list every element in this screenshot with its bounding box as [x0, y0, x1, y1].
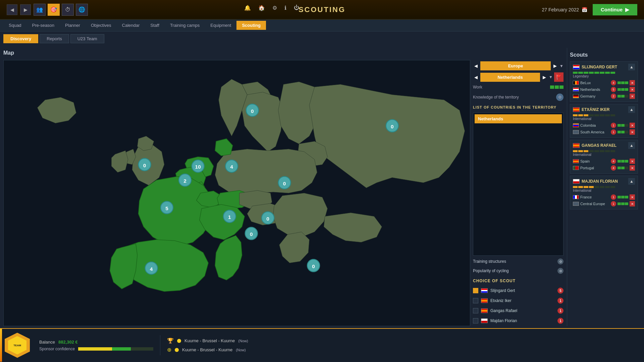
scout-checkbox-slijngard[interactable]: [473, 288, 478, 293]
nav-icons: 👥 🎯 ⏱ 🌐: [34, 4, 88, 16]
work-row: Work: [473, 84, 564, 90]
etxaniz-flag: [573, 107, 580, 112]
spain-remove-btn[interactable]: ✕: [630, 159, 635, 164]
country-prev-btn[interactable]: ◀: [473, 73, 479, 81]
main-area: Map: [0, 46, 644, 328]
calendar-icon[interactable]: 📅: [582, 7, 587, 12]
home-icon[interactable]: 🏠: [258, 5, 265, 11]
continent-display[interactable]: Europe: [480, 61, 551, 70]
continent-next-btn[interactable]: ▶: [552, 62, 558, 70]
belux-remove-btn[interactable]: ✕: [630, 80, 635, 85]
clock-icon-btn[interactable]: ⏱: [62, 4, 74, 16]
tab-squad[interactable]: Squad: [3, 21, 27, 30]
sponsor-fill-green: [112, 347, 131, 351]
forward-button[interactable]: ▶: [20, 4, 31, 15]
spain-num: 4: [611, 159, 616, 164]
sub-tab-u23[interactable]: U23 Team: [70, 34, 104, 43]
gangas-expand-btn[interactable]: ▲: [628, 142, 635, 149]
back-button[interactable]: ◀: [7, 4, 17, 15]
majdan-rank-bar: [573, 186, 635, 188]
portugal-remove-btn[interactable]: ✕: [630, 165, 635, 171]
etxaniz-expand-btn[interactable]: ▲: [628, 106, 635, 113]
race-name-2: Kuurne - Brussel - Kuurne: [182, 347, 232, 352]
territory-belux-label: BeLux: [580, 81, 611, 85]
tab-preseason[interactable]: Pre-season: [27, 21, 60, 30]
gangas-territory-portugal: Portugal 4 ✕: [573, 165, 635, 171]
scout-checkbox-etxaniz[interactable]: [473, 298, 478, 303]
continue-button[interactable]: Continue ▶: [593, 4, 637, 15]
fr-flag: [573, 195, 579, 199]
gangas-territory-spain: Spain 4 ✕: [573, 158, 635, 165]
settings-icon[interactable]: ⚙: [272, 5, 277, 11]
scout-choice-etxaniz: Etxániz Iker 1: [473, 297, 564, 305]
tab-planner[interactable]: Planner: [60, 21, 86, 30]
ce-flag: [573, 202, 579, 206]
portugal-num: 4: [611, 165, 616, 171]
svg-text:10: 10: [195, 164, 201, 170]
training-gear-icon: ⚙: [557, 258, 564, 264]
svg-text:0: 0: [251, 108, 254, 114]
sub-tab-reports[interactable]: Reports: [40, 34, 69, 43]
work-bar: [550, 85, 564, 89]
majdan-expand-btn[interactable]: ▲: [628, 178, 635, 185]
continue-arrow-icon: ▶: [625, 7, 629, 13]
belux-bar: [618, 81, 628, 84]
scout-checkbox-majdan[interactable]: [473, 318, 478, 323]
scout-flag-es-2: [481, 308, 488, 313]
tab-objectives[interactable]: Objectives: [86, 21, 117, 30]
tab-training-camps[interactable]: Training camps: [165, 21, 205, 30]
scout-card-name-etxaniz: ETXÁNIZ IKER: [573, 107, 609, 112]
france-remove-btn[interactable]: ✕: [630, 194, 635, 200]
territory-portugal-label: Portugal: [580, 166, 611, 170]
etxaniz-rank-bar: [573, 114, 635, 116]
work-bar-seg-2: [555, 85, 559, 89]
scout-count-majdan: 1: [557, 318, 564, 324]
team-logo: TEAM: [5, 333, 30, 358]
scout-card-name-gangas: GANGAS RAFAEL: [573, 143, 616, 148]
bell-icon[interactable]: 🔔: [244, 5, 251, 11]
tab-equipment[interactable]: Equipment: [205, 21, 236, 30]
territory-ce-label: Central Europe: [580, 202, 611, 206]
slijngard-expand-btn[interactable]: ▲: [628, 64, 635, 70]
svg-text:1: 1: [228, 214, 231, 220]
top-bar: ◀ ▶ 👥 🎯 ⏱ 🌐 🔔 🏠 ⚙ ℹ ⏻ SCOUTING 27 Februa…: [0, 0, 644, 19]
country-next-btn[interactable]: ▶: [541, 73, 547, 81]
sponsor-bar: [78, 347, 153, 351]
info-icon[interactable]: ℹ: [284, 5, 286, 11]
nl-bar: [618, 88, 628, 91]
etxaniz-territory-southamerica: South America 1 ✕: [573, 129, 635, 135]
continent-prev-btn[interactable]: ◀: [473, 62, 479, 70]
squad-icon-btn[interactable]: 👥: [34, 4, 46, 16]
country-item-netherlands[interactable]: Netherlands: [475, 114, 562, 123]
nl-remove-btn[interactable]: ✕: [630, 87, 635, 92]
de-remove-btn[interactable]: ✕: [630, 94, 635, 99]
co-flag: [573, 123, 579, 127]
map-container[interactable]: 10 2 5 4 4 0: [3, 60, 470, 326]
tab-staff[interactable]: Staff: [145, 21, 165, 30]
globe-icon-btn[interactable]: 🌐: [76, 4, 88, 16]
scout-name-etxaniz: Etxániz Iker: [490, 298, 555, 303]
countries-list-box: Netherlands: [473, 113, 564, 256]
team-logo-container: TEAM: [5, 333, 30, 358]
scouting-icon-btn[interactable]: 🎯: [48, 4, 60, 16]
portugal-bar: [618, 167, 628, 169]
training-structures-row: Training structures ⚙: [473, 258, 564, 265]
sub-tab-discovery[interactable]: Discovery: [3, 34, 38, 43]
sa-remove-btn[interactable]: ✕: [630, 129, 635, 135]
tab-calendar[interactable]: Calendar: [117, 21, 145, 30]
ce-remove-btn[interactable]: ✕: [630, 201, 635, 206]
colombia-remove-btn[interactable]: ✕: [630, 123, 635, 128]
sa-bar: [618, 131, 628, 133]
scout-checkbox-gangas[interactable]: [473, 308, 478, 313]
bottom-bar: TEAM Balance 882,302 € Sponsor confidenc…: [0, 328, 644, 362]
scout-card-gangas: GANGAS RAFAEL ▲ International Spain 4: [570, 140, 638, 174]
knowledge-row: Knowledge of the territory ⚙: [473, 93, 564, 102]
popularity-gear-icon: ⚙: [557, 268, 564, 274]
scout-card-header-etxaniz: ETXÁNIZ IKER ▲: [573, 106, 635, 113]
country-dropdown-icon[interactable]: ▼: [549, 75, 553, 79]
country-flag-btn[interactable]: 🚩: [554, 72, 564, 82]
continent-dropdown-icon[interactable]: ▼: [559, 64, 564, 68]
tab-scouting[interactable]: Scouting: [236, 21, 266, 30]
country-display[interactable]: Netherlands: [480, 73, 540, 82]
pt-flag: [573, 166, 579, 170]
